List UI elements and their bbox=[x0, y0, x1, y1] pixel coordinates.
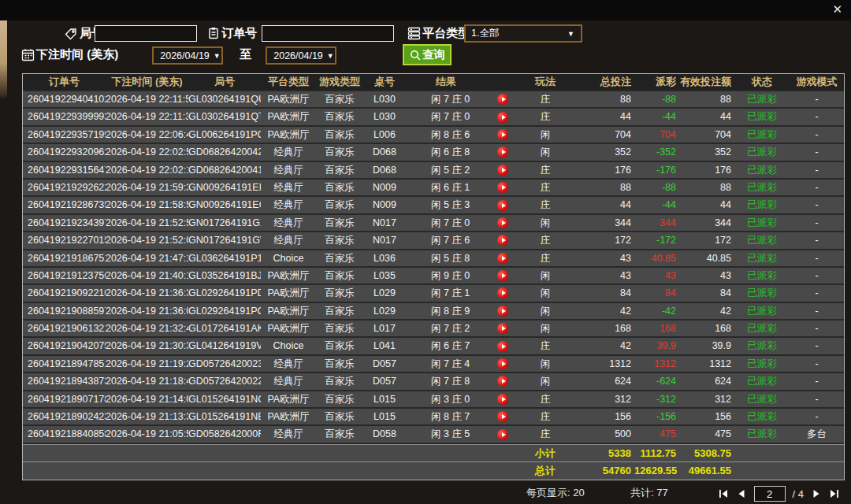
cell-total_bet: 156 bbox=[573, 409, 634, 424]
cell-status: 已派彩 bbox=[734, 250, 790, 266]
play-replay-icon[interactable] bbox=[497, 306, 508, 317]
cell-valid_bet: 43 bbox=[678, 268, 734, 284]
play-replay-icon[interactable] bbox=[497, 323, 508, 334]
cell-game_mode: - bbox=[790, 268, 844, 284]
cell-play: 庄 bbox=[518, 91, 573, 107]
cell-bet_time: 2026-04-19 21:47:18 bbox=[106, 250, 188, 266]
cell-total_bet: 500 bbox=[573, 426, 634, 442]
cell-result: 闲 5 庄 3 bbox=[406, 197, 518, 213]
cell-table_no: L015 bbox=[363, 409, 406, 424]
cell-bet_time: 2026-04-19 21:18:49 bbox=[106, 373, 188, 389]
date-from-select[interactable]: 2026/04/19 ▼ bbox=[152, 46, 223, 65]
subtotal-valid-bet: 5308.75 bbox=[678, 445, 734, 461]
cell-payout: 43 bbox=[634, 268, 678, 284]
cell-total_bet: 624 bbox=[573, 373, 634, 389]
cell-payout: 1312 bbox=[634, 356, 678, 372]
next-page-icon[interactable] bbox=[811, 488, 822, 499]
cell-play: 闲 bbox=[518, 215, 573, 231]
cell-bet_time: 2026-04-19 21:14:09 bbox=[106, 391, 188, 407]
cell-round_no: GL029264191PC bbox=[188, 303, 261, 319]
cell-payout: -42 bbox=[634, 303, 678, 319]
cell-bet_time: 2026-04-19 22:02:53 bbox=[106, 144, 188, 160]
first-page-icon[interactable] bbox=[718, 488, 729, 499]
chevron-down-icon: ▼ bbox=[567, 30, 574, 38]
cell-game_type: 百家乐 bbox=[316, 373, 363, 389]
tag-icon bbox=[65, 28, 77, 40]
search-icon bbox=[410, 50, 421, 61]
pager-controls: 2 / 4 bbox=[718, 486, 840, 502]
play-replay-icon[interactable] bbox=[497, 217, 508, 228]
close-icon[interactable]: ✕ bbox=[832, 2, 842, 17]
play-replay-icon[interactable] bbox=[497, 341, 508, 352]
platform-type-select[interactable]: 1.全部 ▼ bbox=[464, 24, 582, 43]
cell-round_no: GD05726420022 bbox=[188, 373, 261, 389]
col-header-table_no: 桌号 bbox=[363, 74, 406, 90]
cell-total_bet: 344 bbox=[573, 215, 634, 231]
col-header-game_mode: 游戏模式 bbox=[790, 74, 844, 90]
play-replay-icon[interactable] bbox=[497, 94, 508, 105]
cell-game_type: 百家乐 bbox=[316, 268, 363, 284]
order-number-input[interactable] bbox=[262, 25, 394, 42]
table-row: 2604192192343972026-04-19 21:52:56GN0172… bbox=[23, 215, 844, 232]
cell-order_no: 260419219234397 bbox=[23, 215, 106, 231]
cell-game_mode: - bbox=[790, 144, 844, 160]
play-replay-icon[interactable] bbox=[497, 358, 508, 369]
cell-bet_time: 2026-04-19 22:11:30 bbox=[106, 109, 188, 124]
play-replay-icon[interactable] bbox=[497, 411, 508, 422]
play-replay-icon[interactable] bbox=[497, 287, 508, 298]
col-header-payout: 派彩 bbox=[634, 74, 678, 90]
cell-game_mode: - bbox=[790, 321, 844, 336]
cell-round_no: GL017264191AK bbox=[188, 321, 261, 336]
cell-round_no: GL006264191PC bbox=[188, 127, 261, 143]
cell-round_no: GN009264191EO bbox=[188, 197, 261, 213]
play-replay-icon[interactable] bbox=[497, 429, 508, 440]
play-replay-icon[interactable] bbox=[497, 235, 508, 246]
cell-bet_time: 2026-04-19 21:36:34 bbox=[106, 285, 188, 301]
chevron-down-icon: ▼ bbox=[327, 52, 334, 60]
play-replay-icon[interactable] bbox=[497, 376, 508, 387]
cell-order_no: 260419218947851 bbox=[23, 356, 106, 372]
play-replay-icon[interactable] bbox=[497, 200, 508, 211]
total-count-label: 共计: 77 bbox=[630, 486, 668, 500]
cell-table_no: N017 bbox=[363, 215, 406, 231]
cell-payout: -156 bbox=[634, 409, 678, 424]
cell-platform: 经典厅 bbox=[261, 144, 316, 160]
cell-total_bet: 42 bbox=[573, 303, 634, 319]
play-replay-icon[interactable] bbox=[497, 182, 508, 193]
cell-total_bet: 43 bbox=[573, 268, 634, 284]
cell-status: 已派彩 bbox=[734, 391, 790, 407]
prev-page-icon[interactable] bbox=[736, 488, 747, 499]
search-button[interactable]: 查询 bbox=[403, 44, 452, 65]
grand-total-total-bet: 54760 bbox=[573, 462, 634, 479]
cell-payout: -172 bbox=[634, 232, 678, 248]
cell-total_bet: 88 bbox=[573, 91, 634, 107]
cell-game_mode: - bbox=[790, 197, 844, 213]
play-replay-icon[interactable] bbox=[497, 394, 508, 405]
grand-total-payout: 12629.55 bbox=[634, 462, 678, 479]
cell-valid_bet: 42 bbox=[678, 303, 734, 319]
cell-round_no: GL0412641919V bbox=[188, 338, 261, 354]
cell-valid_bet: 624 bbox=[678, 373, 734, 389]
play-replay-icon[interactable] bbox=[497, 146, 508, 158]
page-number-input[interactable]: 2 bbox=[754, 486, 786, 502]
round-number-input[interactable] bbox=[95, 25, 197, 42]
cell-play: 庄 bbox=[518, 109, 573, 124]
play-replay-icon[interactable] bbox=[497, 270, 508, 281]
cell-game_type: 百家乐 bbox=[316, 162, 363, 178]
date-to-select[interactable]: 2026/04/19 ▼ bbox=[266, 46, 336, 65]
cell-table_no: L006 bbox=[363, 127, 406, 143]
cell-bet_time: 2026-04-19 22:11:57 bbox=[106, 91, 188, 107]
subtotal-label: 小计 bbox=[518, 445, 573, 461]
play-replay-icon[interactable] bbox=[497, 129, 508, 140]
last-page-icon[interactable] bbox=[829, 488, 840, 499]
play-replay-icon[interactable] bbox=[497, 165, 508, 176]
cell-valid_bet: 704 bbox=[678, 127, 734, 143]
cell-bet_time: 2026-04-19 21:13:34 bbox=[106, 409, 188, 424]
cell-game_type: 百家乐 bbox=[316, 409, 363, 424]
play-replay-icon[interactable] bbox=[497, 253, 508, 264]
cell-round_no: GN017264191GW bbox=[188, 232, 261, 248]
cell-order_no: 260419218840858 bbox=[23, 426, 106, 442]
cell-result: 闲 8 庄 9 bbox=[406, 303, 518, 319]
cell-game_mode: - bbox=[790, 215, 844, 231]
play-replay-icon[interactable] bbox=[497, 112, 508, 123]
